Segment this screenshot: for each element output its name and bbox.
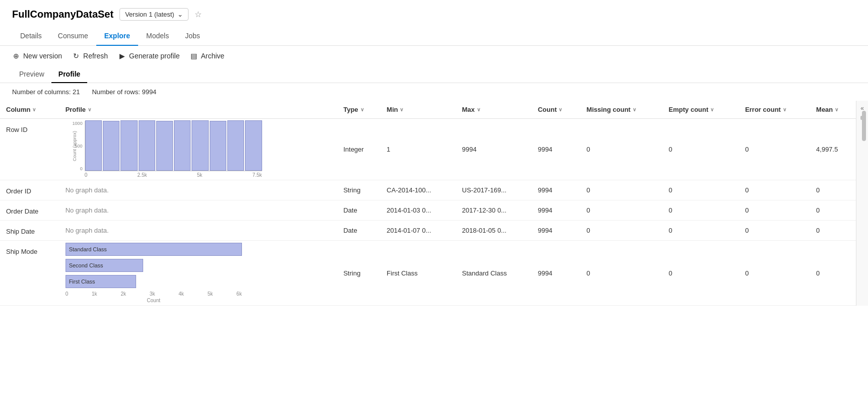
sub-tab-preview[interactable]: Preview xyxy=(12,66,51,83)
toolbar-btn-label: New version xyxy=(23,52,62,60)
sort-icon: ∨ xyxy=(477,107,480,112)
hbar-row: Standard Class xyxy=(66,243,257,256)
hbar-chart: Standard Class Second Class First Class … xyxy=(66,243,257,303)
nav-tab-models[interactable]: Models xyxy=(138,27,177,46)
col-header-error-count[interactable]: Error count ∨ xyxy=(739,101,810,119)
row-mean: 0 xyxy=(810,180,856,200)
row-type: Date xyxy=(337,221,381,241)
row-empty-count: 0 xyxy=(663,221,739,241)
refresh-button[interactable]: ↻Refresh xyxy=(72,52,108,60)
row-error-count: 0 xyxy=(739,200,810,221)
bar xyxy=(156,121,173,171)
toolbar-btn-label: Archive xyxy=(201,52,224,60)
row-mean: 0 xyxy=(810,241,856,306)
toolbar: ⊕New version↻Refresh▶Generate profile▤Ar… xyxy=(0,46,868,66)
row-missing-count: 0 xyxy=(581,200,663,221)
version-dropdown[interactable]: Version 1 (latest) ⌄ xyxy=(119,8,189,21)
bar xyxy=(103,121,119,171)
row-col-name: Order Date xyxy=(0,200,59,221)
sub-tab-profile[interactable]: Profile xyxy=(51,66,88,83)
row-min: First Class xyxy=(381,241,456,306)
nav-tab-jobs[interactable]: Jobs xyxy=(177,27,208,46)
collapse-panel[interactable]: « xyxy=(856,101,868,306)
x-axis-labels: 02.5k5k7.5k xyxy=(66,172,262,178)
table-row: Order IDNo graph data.StringCA-2014-100.… xyxy=(0,180,856,200)
rows-meta: Number of rows: 9994 xyxy=(92,88,156,96)
row-min: 2014-01-03 0... xyxy=(381,200,456,221)
toolbar-btn-label: Refresh xyxy=(83,52,108,60)
columns-label: Number of columns: xyxy=(12,88,71,96)
no-graph-label: No graph data. xyxy=(66,203,109,214)
col-header-profile[interactable]: Profile ∨ xyxy=(59,101,338,119)
bar xyxy=(174,120,191,171)
sort-icon: ∨ xyxy=(400,107,403,112)
row-min: CA-2014-100... xyxy=(381,180,456,200)
nav-tab-explore[interactable]: Explore xyxy=(96,27,138,46)
col-header-column[interactable]: Column ∨ xyxy=(0,101,59,119)
nav-tab-consume[interactable]: Consume xyxy=(50,27,96,46)
row-col-name: Ship Date xyxy=(0,221,59,241)
row-error-count: 0 xyxy=(739,221,810,241)
hbar-row: Second Class xyxy=(66,259,257,272)
col-header-count[interactable]: Count ∨ xyxy=(532,101,581,119)
row-missing-count: 0 xyxy=(581,119,663,180)
row-max: Standard Class xyxy=(456,241,532,306)
row-mean: 0 xyxy=(810,200,856,221)
sort-icon: ∨ xyxy=(835,107,838,112)
row-col-name: Order ID xyxy=(0,180,59,200)
row-mean: 0 xyxy=(810,221,856,241)
archive-button[interactable]: ▤Archive xyxy=(190,52,224,60)
col-header-empty-count[interactable]: Empty count ∨ xyxy=(663,101,739,119)
sort-icon: ∨ xyxy=(710,107,714,112)
hbar-bar: First Class xyxy=(66,275,136,288)
hbar-x-labels: 01k2k3k4k5k6k xyxy=(66,291,242,297)
sort-icon: ∨ xyxy=(32,107,36,112)
row-profile: Standard Class Second Class First Class … xyxy=(59,241,338,306)
bar xyxy=(245,120,262,171)
sort-icon: ∨ xyxy=(360,107,364,112)
hbar-x-title: Count xyxy=(66,298,242,303)
new-version-button[interactable]: ⊕New version xyxy=(12,52,62,60)
col-header-type[interactable]: Type ∨ xyxy=(337,101,381,119)
row-profile: No graph data. xyxy=(59,200,338,221)
row-max: 9994 xyxy=(456,119,532,180)
sort-icon: ∨ xyxy=(783,107,786,112)
sort-icon: ∨ xyxy=(559,107,562,112)
row-empty-count: 0 xyxy=(663,241,739,306)
table-row: Ship Mode Standard Class Second Class Fi… xyxy=(0,241,856,306)
favorite-icon[interactable]: ☆ xyxy=(195,10,202,19)
row-missing-count: 0 xyxy=(581,180,663,200)
profile-table: Column ∨Profile ∨Type ∨Min ∨Max ∨Count ∨… xyxy=(0,101,856,306)
row-error-count: 0 xyxy=(739,180,810,200)
bar xyxy=(227,120,244,171)
row-empty-count: 0 xyxy=(663,119,739,180)
row-min: 1 xyxy=(381,119,456,180)
sub-tab-bar: PreviewProfile xyxy=(0,66,868,83)
table-row: Ship DateNo graph data.Date2014-01-07 0.… xyxy=(0,221,856,241)
columns-meta: Number of columns: 21 xyxy=(12,88,80,96)
no-graph-label: No graph data. xyxy=(66,224,109,234)
bar xyxy=(85,120,102,171)
rows-value: 9994 xyxy=(142,88,156,96)
nav-tab-details[interactable]: Details xyxy=(12,27,50,46)
hbar-bar: Second Class xyxy=(66,259,143,272)
col-header-min[interactable]: Min ∨ xyxy=(381,101,456,119)
row-count: 9994 xyxy=(532,221,581,241)
hbar-row: First Class xyxy=(66,275,257,288)
col-header-mean[interactable]: Mean ∨ xyxy=(810,101,856,119)
col-header-max[interactable]: Max ∨ xyxy=(456,101,532,119)
row-empty-count: 0 xyxy=(663,200,739,221)
sort-icon: ∨ xyxy=(88,107,91,112)
generate-profile-button[interactable]: ▶Generate profile xyxy=(118,52,179,60)
row-max: US-2017-169... xyxy=(456,180,532,200)
new-version-icon: ⊕ xyxy=(12,52,20,60)
row-profile: No graph data. xyxy=(59,221,338,241)
row-count: 9994 xyxy=(532,180,581,200)
meta-info: Number of columns: 21 Number of rows: 99… xyxy=(0,83,868,101)
row-type: Date xyxy=(337,200,381,221)
version-label: Version 1 (latest) xyxy=(125,11,174,18)
row-min: 2014-01-07 0... xyxy=(381,221,456,241)
col-header-missing-count[interactable]: Missing count ∨ xyxy=(581,101,663,119)
chevron-down-icon: ⌄ xyxy=(177,11,183,18)
hbar-bar: Standard Class xyxy=(66,243,242,256)
